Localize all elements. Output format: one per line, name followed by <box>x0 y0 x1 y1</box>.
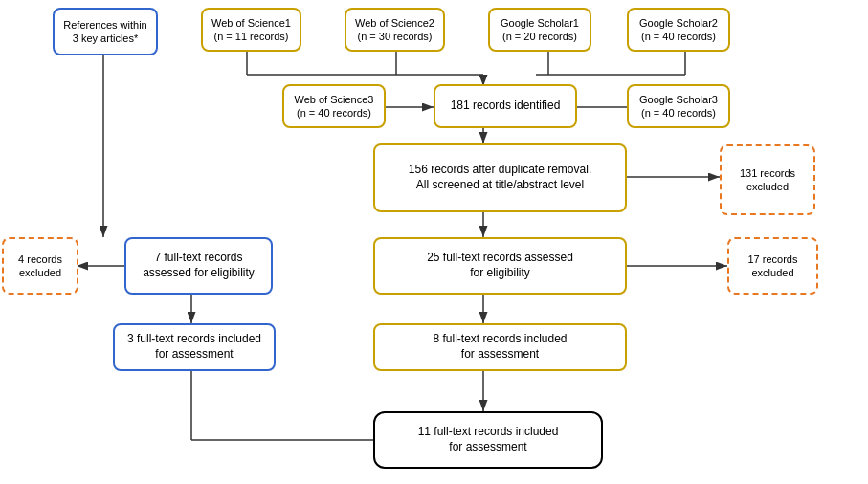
gs1-box: Google Scholar1(n = 20 records) <box>488 8 591 52</box>
wos1-box: Web of Science1(n = 11 records) <box>201 8 301 52</box>
fulltext-included-3-box: 3 full-text records includedfor assessme… <box>113 323 276 371</box>
gs2-box: Google Scholar2(n = 40 records) <box>627 8 730 52</box>
prisma-diagram: References within 3 key articles* Web of… <box>0 0 868 484</box>
final-11-box: 11 full-text records includedfor assessm… <box>373 411 603 469</box>
identified-box: 181 records identified <box>434 84 577 128</box>
excluded-4-box: 4 recordsexcluded <box>2 237 78 295</box>
references-box: References within 3 key articles* <box>53 8 158 55</box>
excluded-17-box: 17 recordsexcluded <box>727 237 818 295</box>
fulltext-25-box: 25 full-text records assessedfor eligibi… <box>373 237 627 295</box>
fulltext-included-8-box: 8 full-text records includedfor assessme… <box>373 323 627 371</box>
wos2-box: Web of Science2(n = 30 records) <box>345 8 445 52</box>
duplicate-removal-box: 156 records after duplicate removal.All … <box>373 143 627 212</box>
wos3-box: Web of Science3(n = 40 records) <box>282 84 386 128</box>
gs3-box: Google Scholar3(n = 40 records) <box>627 84 730 128</box>
excluded-131-box: 131 recordsexcluded <box>720 144 815 215</box>
fulltext-7-box: 7 full-text recordsassessed for eligibil… <box>124 237 273 295</box>
